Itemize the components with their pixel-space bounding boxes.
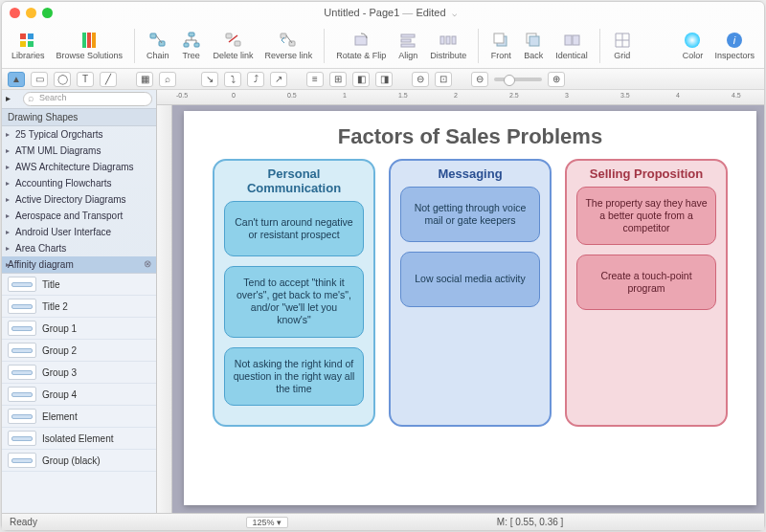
- libraries-button[interactable]: Libraries: [8, 29, 49, 62]
- affinity-card[interactable]: Not getting through voice mail or gate k…: [400, 187, 540, 242]
- svg-rect-14: [281, 33, 286, 38]
- svg-rect-8: [159, 41, 165, 46]
- shape-item[interactable]: Title 2: [2, 296, 156, 318]
- shape-item[interactable]: Group (black): [2, 450, 156, 472]
- rotate-flip-button[interactable]: Rotate & Flip: [332, 29, 390, 62]
- zoom-minus[interactable]: ⊖: [471, 72, 488, 87]
- back-button[interactable]: Back: [519, 29, 548, 62]
- align-button[interactable]: Align: [394, 29, 422, 62]
- style-tool-1[interactable]: ≡: [306, 72, 324, 87]
- minimize-icon[interactable]: [26, 8, 36, 18]
- shape-item[interactable]: Group 3: [2, 362, 156, 384]
- sidebar-item[interactable]: Active Directory Diagrams: [2, 191, 156, 208]
- chain-button[interactable]: Chain: [143, 29, 173, 62]
- grid-button[interactable]: Grid: [608, 29, 637, 62]
- status-bar: Ready 125% ▾ M: [ 0.55, 0.36 ]: [2, 513, 764, 530]
- sidebar-item[interactable]: AWS Architecture Diagrams: [2, 159, 156, 175]
- identical-button[interactable]: Identical: [552, 29, 592, 62]
- style-tool-2[interactable]: ⊞: [329, 72, 347, 87]
- zoom-out-button[interactable]: ⊖: [412, 72, 429, 87]
- zoom-fit-button[interactable]: ⊡: [435, 72, 452, 87]
- front-button[interactable]: Front: [486, 29, 515, 62]
- affinity-card[interactable]: Low social media activity: [400, 252, 540, 307]
- affinity-card[interactable]: The property say they have a better quot…: [576, 187, 716, 245]
- ruler-tick: 2.5: [509, 92, 519, 99]
- sidebar-item[interactable]: 25 Typical Orgcharts: [2, 126, 156, 143]
- main-toolbar: Libraries Browse Solutions Chain Tree De…: [2, 23, 764, 69]
- close-icon[interactable]: [10, 8, 20, 18]
- text-tool[interactable]: T: [77, 72, 94, 87]
- shape-item[interactable]: Group 1: [2, 318, 156, 340]
- zoom-icon[interactable]: [42, 8, 53, 18]
- zoom-level[interactable]: 125% ▾: [246, 517, 289, 528]
- sidebar-item[interactable]: Android User Interface: [2, 224, 156, 240]
- shape-label: Title: [42, 279, 60, 290]
- svg-rect-4: [82, 33, 86, 48]
- ruler-tick: -0.5: [176, 92, 188, 99]
- svg-rect-19: [401, 44, 415, 47]
- disclosure-icon[interactable]: ▸: [6, 93, 19, 106]
- browse-solutions-button[interactable]: Browse Solutions: [53, 29, 127, 62]
- shape-label: Group 3: [42, 367, 77, 378]
- svg-rect-24: [494, 33, 504, 43]
- chevron-down-icon[interactable]: ⌵: [452, 9, 457, 18]
- color-button[interactable]: Color: [678, 29, 707, 62]
- distribute-button[interactable]: Distribute: [426, 29, 470, 62]
- shape-item[interactable]: Isolated Element: [2, 428, 156, 450]
- search-input[interactable]: Search: [23, 92, 152, 106]
- svg-rect-16: [355, 36, 367, 45]
- group-title[interactable]: Personal Communication: [224, 166, 364, 195]
- affinity-card[interactable]: Not asking the right kind of question in…: [224, 347, 364, 406]
- sidebar-item[interactable]: Aerospace and Transport: [2, 208, 156, 224]
- style-tool-3[interactable]: ◧: [352, 72, 370, 87]
- search-tool[interactable]: ⌕: [159, 72, 176, 87]
- svg-rect-11: [194, 43, 199, 47]
- connector-tool-3[interactable]: ⤴: [247, 72, 264, 87]
- svg-rect-9: [189, 33, 194, 36]
- line-tool[interactable]: ╱: [100, 72, 117, 87]
- canvas[interactable]: Factors of Sales Problems Personal Commu…: [172, 105, 764, 513]
- shape-thumb-icon: [8, 387, 36, 402]
- affinity-card[interactable]: Can't turn around negative or resistant …: [224, 201, 364, 256]
- svg-point-29: [685, 33, 700, 48]
- connector-tool-1[interactable]: ↘: [201, 72, 218, 87]
- group-title[interactable]: Selling Proposition: [576, 166, 716, 181]
- shape-thumb-icon: [8, 277, 36, 292]
- sidebar-item[interactable]: Area Charts: [2, 240, 156, 256]
- shape-label: Group (black): [42, 455, 101, 466]
- shape-item[interactable]: Title: [2, 274, 156, 296]
- ellipse-tool[interactable]: ◯: [54, 72, 71, 87]
- shape-thumb-icon: [8, 321, 36, 336]
- pointer-tool[interactable]: ▲: [8, 72, 25, 87]
- ruler-tick: 3.5: [620, 92, 630, 99]
- style-tool-4[interactable]: ◨: [375, 72, 393, 87]
- inspectors-button[interactable]: iInspectors: [710, 29, 758, 62]
- delete-link-button[interactable]: Delete link: [210, 29, 258, 62]
- svg-rect-15: [289, 41, 295, 46]
- reverse-link-button[interactable]: Reverse link: [261, 29, 317, 62]
- shape-item[interactable]: Group 4: [2, 384, 156, 406]
- affinity-card[interactable]: Create a touch-point program: [576, 255, 716, 310]
- diagram-title[interactable]: Factors of Sales Problems: [201, 124, 739, 149]
- shape-item[interactable]: Group 2: [2, 340, 156, 362]
- sidebar-item[interactable]: Accounting Flowcharts: [2, 175, 156, 191]
- shape-item[interactable]: Element: [2, 406, 156, 428]
- shape-label: Element: [42, 411, 78, 422]
- connector-tool-2[interactable]: ⤵: [224, 72, 241, 87]
- affinity-group[interactable]: MessagingNot getting through voice mail …: [389, 159, 552, 427]
- group-title[interactable]: Messaging: [400, 166, 540, 181]
- grid-toggle[interactable]: ▦: [136, 72, 153, 87]
- zoom-slider[interactable]: [494, 78, 542, 81]
- svg-rect-10: [184, 43, 189, 47]
- ruler-tick: 1: [343, 92, 347, 99]
- sidebar-item-affinity[interactable]: Affinity diagram: [2, 256, 156, 273]
- affinity-group[interactable]: Personal CommunicationCan't turn around …: [213, 159, 375, 427]
- zoom-plus[interactable]: ⊕: [548, 72, 565, 87]
- rect-tool[interactable]: ▭: [31, 72, 48, 87]
- shape-thumb-icon: [8, 365, 36, 380]
- affinity-card[interactable]: Tend to accept "think it over's", get ba…: [224, 266, 364, 338]
- affinity-group[interactable]: Selling PropositionThe property say they…: [565, 159, 728, 427]
- tree-button[interactable]: Tree: [177, 29, 206, 62]
- sidebar-item[interactable]: ATM UML Diagrams: [2, 143, 156, 159]
- connector-tool-4[interactable]: ↗: [270, 72, 287, 87]
